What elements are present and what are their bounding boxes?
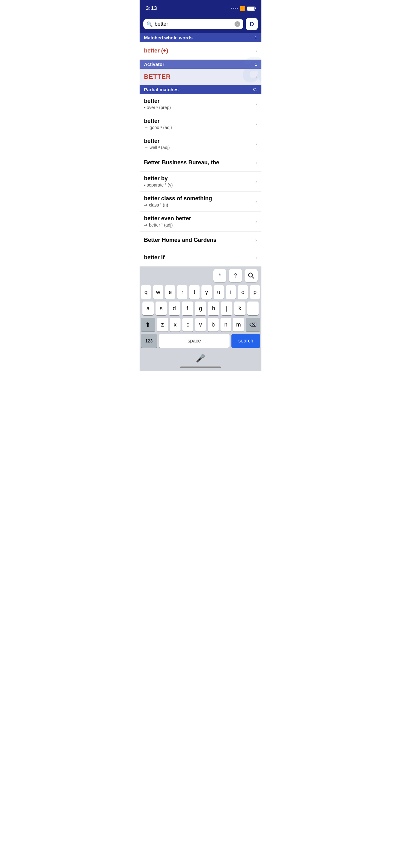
wifi-icon: 📶	[240, 6, 245, 11]
key-v[interactable]: v	[195, 318, 206, 332]
battery-icon	[247, 6, 255, 11]
key-b[interactable]: b	[208, 318, 219, 332]
key-u[interactable]: u	[213, 285, 224, 299]
search-bar: 🔍 × D	[140, 16, 261, 33]
chevron-icon: ›	[256, 199, 257, 204]
key-x[interactable]: x	[170, 318, 181, 332]
keyboard-row-3: ⬆ z x c v b n m ⌫	[141, 318, 260, 332]
chevron-icon: ›	[256, 141, 257, 147]
keyboard-row-2: a s d f g h j k l	[141, 302, 260, 315]
svg-line-1	[252, 277, 254, 278]
key-f[interactable]: f	[182, 302, 193, 315]
section-matched-whole-words: Matched whole words 1	[140, 33, 261, 42]
key-z[interactable]: z	[157, 318, 168, 332]
clear-button[interactable]: ×	[235, 21, 240, 27]
list-item[interactable]: BETTER ›	[140, 69, 261, 85]
list-item[interactable]: better → well ³ (adj) ›	[140, 134, 261, 154]
list-item[interactable]: better by ▪ separate ² (v) ›	[140, 172, 261, 191]
keyboard-special-row: * ?	[140, 267, 261, 283]
search-special-key[interactable]	[244, 269, 258, 282]
key-p[interactable]: p	[250, 285, 260, 299]
chevron-icon: ›	[256, 160, 257, 165]
key-g[interactable]: g	[195, 302, 206, 315]
list-item[interactable]: Better Business Bureau, the ›	[140, 154, 261, 172]
key-s[interactable]: s	[156, 302, 167, 315]
key-q[interactable]: q	[141, 285, 151, 299]
key-o[interactable]: o	[238, 285, 248, 299]
chevron-icon: ›	[256, 121, 257, 127]
space-key[interactable]: space	[159, 334, 230, 348]
keyboard-row-4: 123 space search	[141, 334, 260, 348]
chevron-icon: ›	[256, 238, 257, 243]
key-c[interactable]: c	[182, 318, 193, 332]
list-item[interactable]: better if ›	[140, 249, 261, 267]
search-input-wrapper[interactable]: 🔍 ×	[143, 19, 243, 29]
key-a[interactable]: a	[142, 302, 154, 315]
key-w[interactable]: w	[153, 285, 163, 299]
dictionary-button[interactable]: D	[246, 18, 258, 30]
microphone-icon[interactable]: 🎤	[196, 354, 205, 363]
key-y[interactable]: y	[201, 285, 212, 299]
list-item[interactable]: better even better ⇒ better ¹ (adj) ›	[140, 212, 261, 231]
list-item[interactable]: better ▪ over ¹ (prep) ›	[140, 94, 261, 114]
status-bar: 3:13 📶	[140, 0, 261, 16]
key-l[interactable]: l	[247, 302, 259, 315]
delete-key[interactable]: ⌫	[246, 318, 260, 332]
list-item[interactable]: better → good ¹ (adj) ›	[140, 114, 261, 134]
section-partial-matches: Partial matches 31	[140, 85, 261, 94]
search-key[interactable]: search	[231, 334, 260, 348]
numbers-key[interactable]: 123	[141, 334, 157, 348]
wildcard-question-key[interactable]: ?	[229, 269, 242, 282]
key-i[interactable]: i	[226, 285, 236, 299]
shift-key[interactable]: ⬆	[141, 318, 155, 332]
key-n[interactable]: n	[221, 318, 231, 332]
keyboard: q w e r t y u i o p a s d f g h j k l ⬆ …	[140, 283, 261, 351]
keyboard-row-1: q w e r t y u i o p	[141, 285, 260, 299]
key-j[interactable]: j	[221, 302, 232, 315]
key-t[interactable]: t	[189, 285, 200, 299]
chevron-icon: ›	[256, 255, 257, 260]
chevron-icon: ›	[256, 48, 257, 54]
wildcard-asterisk-key[interactable]: *	[213, 269, 226, 282]
results-container: a Matched whole words 1 better (+) › Act…	[140, 33, 261, 267]
home-indicator	[140, 365, 261, 371]
chevron-icon: ›	[256, 219, 257, 224]
chevron-icon: ›	[256, 101, 257, 107]
key-e[interactable]: e	[165, 285, 175, 299]
home-bar	[180, 367, 221, 368]
list-item[interactable]: Better Homes and Gardens ›	[140, 231, 261, 249]
key-h[interactable]: h	[208, 302, 219, 315]
status-time: 3:13	[146, 5, 157, 11]
section-activator: Activator 1	[140, 60, 261, 69]
key-m[interactable]: m	[233, 318, 244, 332]
list-item[interactable]: better class of something ⇒ class ¹ (n) …	[140, 191, 261, 212]
chevron-icon: ›	[256, 74, 257, 80]
key-r[interactable]: r	[177, 285, 188, 299]
key-d[interactable]: d	[169, 302, 180, 315]
key-k[interactable]: k	[234, 302, 245, 315]
chevron-icon: ›	[256, 179, 257, 184]
signal-icon	[231, 8, 238, 9]
list-item[interactable]: better (+) ›	[140, 42, 261, 60]
search-icon: 🔍	[146, 21, 153, 27]
status-icons: 📶	[231, 6, 255, 11]
search-input[interactable]	[155, 21, 233, 27]
bottom-bar: 🎤	[140, 351, 261, 365]
